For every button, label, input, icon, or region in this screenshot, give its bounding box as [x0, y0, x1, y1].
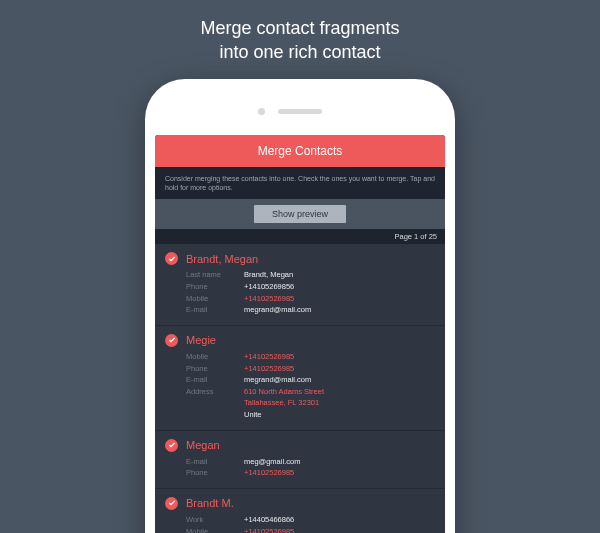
- headline-line2: into one rich contact: [219, 42, 380, 62]
- contact-name: Megie: [186, 334, 216, 346]
- contact-name: Megan: [186, 439, 220, 451]
- contact-card[interactable]: MegieMobile+14102526985Phone+14102526985…: [155, 326, 445, 431]
- field-value: +14105269856: [244, 281, 294, 293]
- field-value: +14102526985: [244, 363, 294, 375]
- checkmark-icon[interactable]: [165, 497, 178, 510]
- instructions: Consider merging these contacts into one…: [155, 167, 445, 200]
- contact-field: E-mailmegrand@mail.com: [186, 374, 435, 386]
- checkmark-icon[interactable]: [165, 439, 178, 452]
- field-value: +14405466866: [244, 514, 294, 526]
- contact-field: E-mailmeg@gmail.com: [186, 456, 435, 468]
- field-label: Last name: [186, 269, 244, 281]
- phone-frame: Merge Contacts Consider merging these co…: [145, 79, 455, 533]
- contact-field: Mobile+14102526985: [186, 293, 435, 305]
- field-label: Mobile: [186, 351, 244, 363]
- contact-field: E-mailmegrand@mail.com: [186, 304, 435, 316]
- contact-field: Work+14405466866: [186, 514, 435, 526]
- field-value: Tallahassee, FL 32301: [244, 397, 319, 409]
- field-label: [186, 409, 244, 421]
- contact-card[interactable]: MeganE-mailmeg@gmail.comPhone+1410252698…: [155, 431, 445, 489]
- pager-text: Page 1 of 25: [394, 232, 437, 241]
- contact-list[interactable]: Brandt, MeganLast nameBrandt, MeganPhone…: [155, 244, 445, 533]
- headline-line1: Merge contact fragments: [200, 18, 399, 38]
- field-value: megrand@mail.com: [244, 374, 311, 386]
- show-preview-button[interactable]: Show preview: [254, 205, 346, 223]
- field-value: megrand@mail.com: [244, 304, 311, 316]
- contact-field: Address610 North Adams Street: [186, 386, 435, 398]
- contact-card[interactable]: Brandt M.Work+14405466866Mobile+14102526…: [155, 489, 445, 533]
- field-value: +14102526985: [244, 467, 294, 479]
- contact-field: Unite: [186, 409, 435, 421]
- app-screen: Merge Contacts Consider merging these co…: [155, 135, 445, 533]
- instructions-text: Consider merging these contacts into one…: [165, 175, 435, 191]
- phone-speaker: [278, 109, 322, 114]
- field-value: Unite: [244, 409, 262, 421]
- field-label: [186, 397, 244, 409]
- field-label: Phone: [186, 467, 244, 479]
- field-value: +14102526985: [244, 526, 294, 533]
- title-text: Merge Contacts: [258, 144, 343, 158]
- contact-field: Last nameBrandt, Megan: [186, 269, 435, 281]
- field-label: Phone: [186, 363, 244, 375]
- field-value: +14102526985: [244, 293, 294, 305]
- field-label: Mobile: [186, 293, 244, 305]
- contact-name: Brandt M.: [186, 497, 234, 509]
- checkmark-icon[interactable]: [165, 334, 178, 347]
- field-value: 610 North Adams Street: [244, 386, 324, 398]
- contact-field: Mobile+14102526985: [186, 351, 435, 363]
- contact-field: Mobile+14102526985: [186, 526, 435, 533]
- contact-name: Brandt, Megan: [186, 253, 258, 265]
- field-label: Address: [186, 386, 244, 398]
- screen-title: Merge Contacts: [155, 135, 445, 167]
- field-label: Work: [186, 514, 244, 526]
- contact-card[interactable]: Brandt, MeganLast nameBrandt, MeganPhone…: [155, 244, 445, 326]
- field-label: E-mail: [186, 304, 244, 316]
- preview-bar: Show preview: [155, 199, 445, 229]
- field-label: E-mail: [186, 456, 244, 468]
- contact-field: Tallahassee, FL 32301: [186, 397, 435, 409]
- promo-headline: Merge contact fragments into one rich co…: [0, 0, 600, 79]
- contact-field: Phone+14105269856: [186, 281, 435, 293]
- show-preview-label: Show preview: [272, 209, 328, 219]
- field-label: Phone: [186, 281, 244, 293]
- pager: Page 1 of 25: [155, 229, 445, 244]
- contact-field: Phone+14102526985: [186, 467, 435, 479]
- field-label: E-mail: [186, 374, 244, 386]
- checkmark-icon[interactable]: [165, 252, 178, 265]
- contact-field: Phone+14102526985: [186, 363, 435, 375]
- field-label: Mobile: [186, 526, 244, 533]
- field-value: +14102526985: [244, 351, 294, 363]
- field-value: meg@gmail.com: [244, 456, 300, 468]
- field-value: Brandt, Megan: [244, 269, 293, 281]
- phone-camera-dot: [258, 108, 265, 115]
